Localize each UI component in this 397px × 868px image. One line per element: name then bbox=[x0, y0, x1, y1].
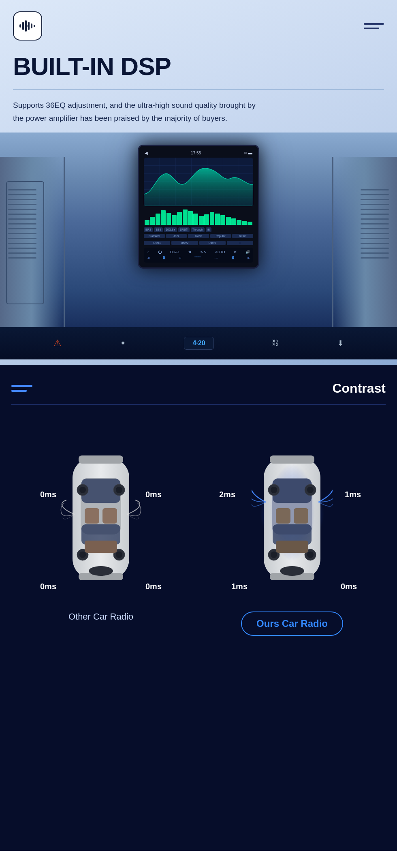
left-bottom-right-ms: 0ms bbox=[145, 582, 162, 591]
svg-rect-28 bbox=[361, 218, 389, 220]
svg-rect-27 bbox=[361, 214, 389, 215]
bottom-panel: ⚠ ✦ 4·20 ⛓ ⬇ bbox=[0, 327, 397, 359]
back-icon: ◀ bbox=[145, 151, 148, 155]
svg-rect-26 bbox=[361, 209, 389, 210]
svg-rect-8 bbox=[8, 194, 36, 195]
contrast-label: Contrast bbox=[332, 381, 386, 396]
svg-point-6 bbox=[26, 25, 29, 27]
svg-rect-82 bbox=[276, 508, 290, 524]
comparison-area: 0ms 0ms 0ms 0ms bbox=[11, 425, 386, 644]
classical-preset[interactable]: Classical bbox=[144, 234, 165, 238]
svg-rect-20 bbox=[8, 252, 36, 254]
eq-bar bbox=[215, 214, 220, 225]
effect-buttons-row: ERS BBE DOLBY SRS© Through ⊞ bbox=[144, 227, 253, 232]
link-btn[interactable]: ⛓ bbox=[272, 339, 279, 347]
menu-button[interactable] bbox=[364, 23, 384, 29]
right-bottom-left-ms: 1ms bbox=[231, 582, 248, 591]
svg-point-78 bbox=[271, 552, 277, 558]
left-car-comparison: 0ms 0ms 0ms 0ms bbox=[11, 433, 190, 630]
eq-bar bbox=[220, 215, 225, 225]
recycle-icon: ↺ bbox=[234, 250, 237, 254]
right-top-left-ms: 2ms bbox=[219, 490, 235, 499]
vent-slits-left bbox=[4, 189, 45, 303]
contrast-divider bbox=[11, 404, 386, 405]
contrast-section: Contrast 0ms 0ms 0ms 0ms bbox=[0, 365, 397, 851]
user1-slot[interactable]: User1 bbox=[144, 241, 170, 245]
eq-bar bbox=[156, 214, 160, 225]
svg-point-59 bbox=[79, 552, 86, 558]
svg-rect-71 bbox=[270, 455, 314, 464]
eq-bar bbox=[145, 220, 149, 225]
extra-btn[interactable]: ⊞ bbox=[206, 227, 211, 232]
left-car-container: 0ms 0ms 0ms 0ms bbox=[48, 441, 154, 603]
svg-rect-63 bbox=[85, 508, 99, 524]
svg-rect-64 bbox=[102, 508, 117, 524]
svg-rect-12 bbox=[8, 214, 36, 215]
eq-bar bbox=[237, 220, 241, 225]
svg-rect-19 bbox=[8, 248, 36, 249]
svg-rect-17 bbox=[8, 238, 36, 239]
right-car-comparison: 2ms 1ms 1ms 0ms bbox=[198, 433, 386, 644]
jazz-preset[interactable]: Jazz bbox=[166, 234, 187, 238]
hazard-btn[interactable]: ⚠ bbox=[53, 338, 62, 348]
user3-slot[interactable]: User3 bbox=[199, 241, 226, 245]
svg-point-74 bbox=[271, 487, 277, 493]
climate-mode-row: ⌂ ⏻ DUAL ✿ ∿∿ AUTO ↺ 🔊 bbox=[147, 250, 250, 254]
temperature-row: ◀ 0 ⊙ ⎻⎻⎻ ↓⊥ 0 ▶ bbox=[147, 256, 250, 260]
svg-rect-10 bbox=[8, 204, 36, 205]
svg-rect-30 bbox=[361, 228, 389, 229]
svg-rect-0 bbox=[19, 24, 21, 28]
eq-bar bbox=[172, 215, 177, 225]
fan-control: ⊙ bbox=[179, 256, 181, 260]
screen-time: 17:55 bbox=[191, 151, 201, 155]
svg-rect-84 bbox=[276, 541, 308, 553]
svg-point-76 bbox=[307, 487, 314, 493]
download-btn[interactable]: ⬇ bbox=[337, 339, 344, 348]
svg-rect-83 bbox=[294, 508, 308, 524]
reset-preset[interactable]: Reset bbox=[232, 234, 253, 238]
logo-icon bbox=[18, 19, 37, 33]
eq-bar bbox=[226, 217, 231, 225]
svg-rect-31 bbox=[361, 233, 389, 234]
ers-btn[interactable]: ERS bbox=[144, 227, 153, 232]
bbe-btn[interactable]: BBE bbox=[154, 227, 163, 232]
contrast-lines-icon bbox=[11, 385, 32, 392]
power-icon: ⏻ bbox=[158, 250, 162, 254]
user2-slot[interactable]: User2 bbox=[171, 241, 198, 245]
svg-rect-32 bbox=[361, 238, 389, 239]
svg-rect-16 bbox=[8, 233, 36, 234]
ours-car-radio-button[interactable]: Ours Car Radio bbox=[241, 611, 343, 636]
svg-point-62 bbox=[89, 566, 113, 576]
rock-preset[interactable]: Rock bbox=[188, 234, 209, 238]
eq-bar bbox=[231, 218, 236, 225]
through-btn[interactable]: Through bbox=[191, 227, 205, 232]
srs-btn[interactable]: SRS© bbox=[178, 227, 190, 232]
eq-bars-display bbox=[144, 209, 253, 225]
prev-icon: ◀ bbox=[147, 256, 149, 260]
svg-rect-24 bbox=[361, 199, 389, 200]
right-top-right-ms: 1ms bbox=[345, 490, 361, 499]
volume-icon: 🔊 bbox=[245, 250, 250, 254]
svg-point-61 bbox=[116, 552, 122, 558]
popular-preset[interactable]: Popular bbox=[210, 234, 231, 238]
eq-bar bbox=[204, 214, 209, 225]
svg-rect-14 bbox=[8, 223, 36, 224]
temp-display: ⎻⎻⎻ bbox=[194, 256, 201, 260]
car-interior: ◀ 17:55 ≋ ▬ bbox=[0, 133, 397, 359]
direction-icon: ↓⊥ bbox=[214, 256, 218, 260]
eq-bar bbox=[166, 213, 171, 225]
add-user-slot[interactable]: + bbox=[227, 241, 253, 245]
left-top-left-ms: 0ms bbox=[40, 490, 56, 499]
contrast-line-2 bbox=[11, 390, 27, 392]
star-btn[interactable]: ✦ bbox=[120, 339, 126, 348]
eq-bar bbox=[242, 221, 247, 225]
svg-rect-9 bbox=[8, 199, 36, 200]
signal-icons: ≋ ▬ bbox=[244, 151, 252, 155]
title-divider bbox=[13, 89, 384, 90]
svg-point-81 bbox=[280, 566, 304, 576]
svg-rect-1 bbox=[22, 22, 24, 30]
eq-bar bbox=[188, 211, 193, 225]
dolby-btn[interactable]: DOLBY bbox=[164, 227, 177, 232]
eq-bar bbox=[199, 216, 204, 225]
vent-slits-right bbox=[352, 189, 393, 303]
